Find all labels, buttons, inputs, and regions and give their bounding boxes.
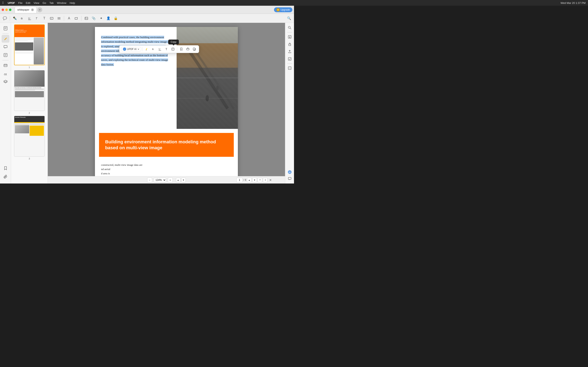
- menu-tab[interactable]: Tab: [49, 1, 54, 4]
- menu-go[interactable]: Go: [43, 1, 46, 4]
- thumb1-right-img: [34, 38, 44, 64]
- draw-tool[interactable]: A: [66, 15, 72, 22]
- menu-view[interactable]: View: [34, 1, 39, 4]
- zoom-in-button[interactable]: +: [168, 178, 173, 183]
- page-text-column[interactable]: Combined with practical cases, the build…: [95, 27, 177, 129]
- sidebar-edit-icon[interactable]: [2, 51, 9, 59]
- search-area: 🔍: [286, 15, 292, 22]
- menu-edit[interactable]: Edit: [26, 1, 30, 4]
- toolbar-sep-2: [64, 16, 64, 21]
- sidebar-highlight-icon[interactable]: [2, 35, 9, 43]
- underline-tool[interactable]: U: [26, 15, 33, 22]
- sel-link-icon[interactable]: [185, 46, 191, 52]
- last-page-button[interactable]: ⇓: [263, 178, 268, 182]
- sidebar-pages-icon[interactable]: [2, 25, 9, 32]
- link-tool[interactable]: 📎: [90, 15, 97, 22]
- toolbar-sep-3: [81, 16, 81, 21]
- right-ai-section: AI: [286, 169, 293, 182]
- svg-rect-10: [85, 17, 88, 20]
- app-window: whitepaper ✕ + M Upgrade 💬 ✒️ S U T T T …: [0, 6, 294, 184]
- bottom-bar: − 124% 100% 150% 200% + ▲ ▼ /: [48, 176, 285, 184]
- maximize-button[interactable]: [9, 8, 11, 11]
- thumbnail-1[interactable]: Building environmentinformation modeling…: [13, 25, 46, 68]
- prev-page-button[interactable]: ▲: [247, 178, 251, 182]
- comment-tool[interactable]: 💬: [2, 15, 8, 22]
- sel-note-icon[interactable]: [170, 46, 176, 52]
- bottom-text-line-1: constructed, multi-view image data are: [101, 163, 232, 167]
- close-button[interactable]: [2, 8, 4, 11]
- upgrade-button[interactable]: M Upgrade: [274, 7, 292, 12]
- sel-underline-icon[interactable]: U: [157, 46, 163, 52]
- list-tool[interactable]: [56, 15, 62, 22]
- strikethrough-tool[interactable]: S: [19, 15, 26, 22]
- right-more-icon[interactable]: [286, 65, 293, 71]
- next-page-button[interactable]: ▼: [252, 178, 257, 182]
- right-search-icon[interactable]: [286, 25, 293, 31]
- sel-strikethrough-icon[interactable]: S: [150, 46, 156, 52]
- menu-window[interactable]: Window: [57, 1, 66, 4]
- right-check-icon[interactable]: [286, 56, 293, 62]
- sidebar-form-icon[interactable]: [2, 62, 9, 69]
- tab-whitepaper[interactable]: whitepaper ✕: [15, 7, 36, 13]
- right-share-icon[interactable]: [286, 48, 293, 55]
- first-page-button[interactable]: ⇑: [258, 178, 262, 182]
- toolbar-sep-1: [10, 16, 10, 21]
- svg-text:U: U: [28, 17, 30, 20]
- sel-highlight-icon[interactable]: [144, 46, 150, 52]
- right-ai-icon[interactable]: AI: [286, 169, 293, 175]
- text-box-tool[interactable]: T: [41, 15, 48, 22]
- thumbnail-2[interactable]: Preservation and inheritance of architec…: [13, 70, 46, 114]
- search-button[interactable]: 🔍: [286, 15, 292, 22]
- menu-file[interactable]: File: [18, 1, 22, 4]
- tab-title: whitepaper: [17, 8, 29, 11]
- thumb-img-3: Geometric Philosophy: [14, 116, 45, 157]
- sidebar-bookmark-icon[interactable]: [2, 164, 9, 172]
- thumb3-header: Geometric Philosophy: [14, 116, 44, 122]
- zoom-out-button[interactable]: −: [147, 178, 152, 183]
- menubar:  UPDF File Edit View Go Tab Window Help…: [0, 0, 294, 6]
- selection-toolbar: U UPDF AI S U T: [119, 45, 199, 53]
- zoom-level-select[interactable]: 124% 100% 150% 200%: [154, 178, 166, 182]
- svg-rect-23: [6, 65, 7, 66]
- svg-rect-12: [4, 26, 7, 30]
- thumbnail-panel: Building environmentinformation modeling…: [11, 23, 48, 184]
- image-tool[interactable]: [83, 15, 90, 22]
- text-tool[interactable]: T: [34, 15, 40, 22]
- right-chat-icon[interactable]: [286, 175, 293, 182]
- right-export-icon[interactable]: [286, 34, 293, 40]
- tab-close-button[interactable]: ✕: [31, 8, 34, 11]
- user-tool[interactable]: 👤: [105, 15, 112, 22]
- svg-text:T: T: [51, 18, 52, 20]
- sel-copy-icon[interactable]: [191, 46, 197, 52]
- thumbnail-3[interactable]: Geometric Philosophy: [13, 116, 46, 160]
- svg-text:U: U: [124, 49, 125, 50]
- page-image-column: [177, 27, 238, 129]
- updf-ai-button[interactable]: U UPDF AI: [121, 47, 141, 51]
- scroll-down-button[interactable]: ▼: [181, 178, 186, 182]
- svg-rect-50: [289, 44, 291, 46]
- apple-menu[interactable]: : [2, 1, 4, 5]
- shape-tool[interactable]: [73, 15, 80, 22]
- stamp-tool[interactable]: 🔒: [112, 15, 119, 22]
- menu-help[interactable]: Help: [70, 1, 75, 4]
- close-nav-button[interactable]: ✕: [268, 178, 273, 182]
- sel-bookmark-icon[interactable]: [178, 46, 184, 52]
- sidebar-attachment-icon[interactable]: [2, 173, 9, 180]
- right-lock-icon[interactable]: [286, 41, 293, 48]
- new-tab-button[interactable]: +: [37, 7, 42, 12]
- sidebar-comment-icon[interactable]: [2, 43, 9, 51]
- minimize-button[interactable]: [5, 8, 8, 11]
- textbox-outlined[interactable]: T: [48, 15, 55, 22]
- sidebar-sign-icon[interactable]: [2, 70, 9, 77]
- page-number-input[interactable]: [236, 178, 242, 182]
- svg-rect-9: [75, 17, 77, 19]
- thumb-num-1: 1: [29, 66, 30, 68]
- highlight-tool[interactable]: ✒️: [12, 15, 18, 22]
- sidebar-layers-icon[interactable]: [2, 78, 9, 86]
- updf-ai-label: UPDF AI: [127, 48, 137, 50]
- svg-point-53: [289, 68, 289, 68]
- thumb2-bottom: Preservation and inheritance of architec…: [14, 87, 44, 111]
- star-tool[interactable]: ✦: [98, 15, 104, 22]
- scroll-up-button[interactable]: ▲: [176, 178, 181, 182]
- sel-text-icon[interactable]: T: [164, 46, 169, 52]
